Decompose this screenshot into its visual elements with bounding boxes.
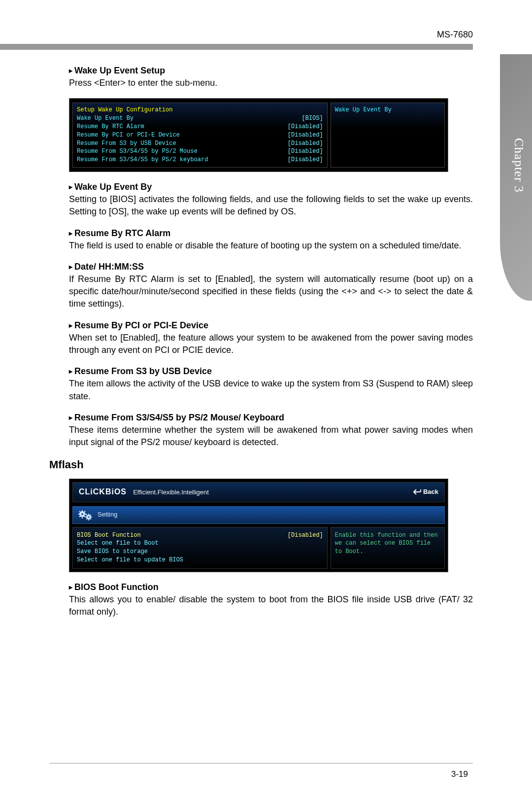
back-button[interactable]: Back bbox=[413, 487, 438, 496]
model-number: MS-7680 bbox=[49, 30, 473, 40]
back-arrow-icon bbox=[413, 488, 421, 495]
bios-row-label: Resume By RTC Alarm bbox=[77, 123, 144, 131]
section-body: The item allows the activity of the USB … bbox=[69, 378, 473, 402]
bios-config-header: Setup Wake Up Configuration bbox=[77, 106, 323, 114]
setting-label: Setting bbox=[98, 510, 117, 519]
back-label: Back bbox=[423, 487, 438, 496]
bios-row-value: [BIOS] bbox=[302, 114, 323, 123]
svg-point-3 bbox=[88, 516, 89, 518]
svg-point-1 bbox=[81, 513, 83, 515]
bios-wake-right-panel: Wake Up Event By bbox=[331, 103, 445, 168]
bios-row-label: Resume From S3/S4/S5 by PS/2 Mouse bbox=[77, 147, 198, 156]
bios-row-label: Resume From S3/S4/S5 by PS/2 keyboard bbox=[77, 156, 208, 164]
bios-boot-function-title: BIOS Boot Function bbox=[69, 581, 473, 593]
section-title: Resume By RTC Alarm bbox=[69, 227, 473, 240]
section-body: When set to [Enabled], the feature allow… bbox=[69, 332, 473, 356]
mflash-right-text: Enable this function and then we can sel… bbox=[335, 531, 440, 556]
chapter-tab-label: Chapter 3 bbox=[511, 138, 526, 193]
bios-wake-left-panel: Setup Wake Up Configuration Wake Up Even… bbox=[72, 103, 328, 168]
footer-divider bbox=[49, 763, 473, 763]
bios-right-text: Wake Up Event By bbox=[335, 106, 440, 114]
section-title: Resume From S3 by USB Device bbox=[69, 365, 473, 378]
setting-tab[interactable]: Setting bbox=[72, 506, 445, 524]
bios-row-value: [Disabled] bbox=[288, 147, 323, 156]
bios-row-label: Resume From S3 by USB Device bbox=[77, 139, 176, 148]
mflash-row-label: Save BIOS to storage bbox=[77, 548, 148, 556]
section-title: Resume From S3/S4/S5 by PS/2 Mouse/ Keyb… bbox=[69, 412, 473, 424]
mflash-row-label: BIOS Boot Function bbox=[77, 531, 141, 540]
bios-row-value: [Disabled] bbox=[288, 139, 323, 148]
mflash-right-panel: Enable this function and then we can sel… bbox=[331, 527, 445, 569]
bios-row-value: [Disabled] bbox=[288, 156, 323, 164]
mflash-row-value: [Disabled] bbox=[288, 531, 323, 540]
bios-boot-function-body: This allows you to enable/ disable the s… bbox=[69, 593, 473, 618]
wake-up-event-setup-title: Wake Up Event Setup bbox=[69, 65, 473, 77]
section-body: If Resume By RTC Alarm is set to [Enable… bbox=[69, 273, 473, 311]
mflash-screenshot: CLiCKBiOS Efficient.Flexible.Intelligent… bbox=[69, 479, 448, 572]
section-title: Date/ HH:MM:SS bbox=[69, 261, 473, 273]
bios-row-value: [Disabled] bbox=[288, 131, 323, 139]
mflash-heading: Mflash bbox=[49, 457, 473, 473]
bios-row-label: Resume By PCI or PCI-E Device bbox=[77, 131, 180, 139]
clickbios-tagline: Efficient.Flexible.Intelligent bbox=[133, 488, 209, 496]
section-body: Setting to [BIOS] activates the followin… bbox=[69, 193, 473, 218]
bios-row-label: Wake Up Event By bbox=[77, 114, 133, 123]
gear-icon bbox=[78, 510, 94, 520]
mflash-left-panel: BIOS Boot Function[Disabled] Select one … bbox=[72, 527, 328, 569]
bios-row-value: [Disabled] bbox=[288, 123, 323, 131]
wake-up-event-setup-body: Press <Enter> to enter the sub-menu. bbox=[69, 77, 473, 89]
section-title: Resume By PCI or PCI-E Device bbox=[69, 319, 473, 332]
mflash-row-label: Select one file to update BIOS bbox=[77, 556, 183, 564]
mflash-row-label: Select one file to Boot bbox=[77, 539, 159, 548]
section-body: The field is used to enable or disable t… bbox=[69, 240, 473, 252]
page-number: 3-19 bbox=[451, 769, 468, 779]
clickbios-header: CLiCKBiOS Efficient.Flexible.Intelligent… bbox=[72, 482, 445, 502]
clickbios-logo: CLiCKBiOS bbox=[79, 487, 127, 496]
section-title: Wake Up Event By bbox=[69, 181, 473, 193]
bios-wake-screenshot: Setup Wake Up Configuration Wake Up Even… bbox=[69, 98, 448, 172]
header-divider bbox=[0, 44, 473, 50]
section-body: These items determine whether the system… bbox=[69, 424, 473, 449]
